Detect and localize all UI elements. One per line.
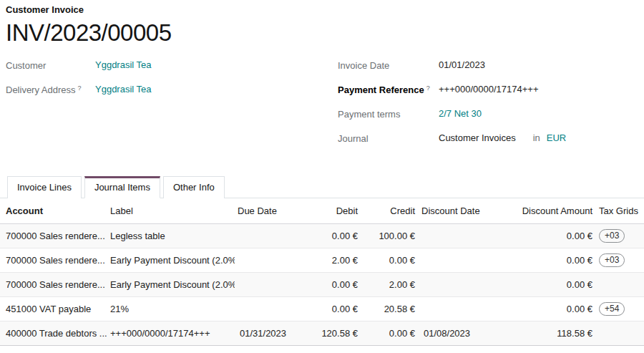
cell-credit[interactable]: 100.00 € <box>361 223 419 248</box>
cell-due-date[interactable] <box>235 272 292 296</box>
customer-value[interactable]: Yggdrasil Tea <box>95 59 152 70</box>
tab-bar: Invoice Lines Journal Items Other Info <box>0 176 644 198</box>
cell-discount-date[interactable] <box>419 296 519 321</box>
column-header-due-date[interactable]: Due Date <box>235 198 292 223</box>
cell-account[interactable]: 451000 VAT payable <box>0 296 107 321</box>
field-group: Customer Yggdrasil Tea Delivery Address?… <box>6 59 638 157</box>
field-customer: Customer Yggdrasil Tea <box>6 59 332 74</box>
cell-account[interactable]: 400000 Trade debtors ... <box>0 321 107 345</box>
total-debit: 122.58 <box>292 345 361 353</box>
journal-currency[interactable]: EUR <box>547 132 566 143</box>
table-row[interactable]: 700000 Sales rendere... Legless table 0.… <box>0 223 644 248</box>
cell-credit[interactable]: 20.58 € <box>361 296 419 321</box>
cell-account[interactable]: 700000 Sales rendere... <box>0 248 107 272</box>
cell-discount-amount[interactable]: 118.58 € <box>519 321 596 345</box>
cell-tax-grids[interactable] <box>596 272 644 296</box>
field-payment-terms: Payment terms 2/7 Net 30 <box>338 108 638 122</box>
totals-spacer <box>235 345 292 353</box>
cell-due-date[interactable] <box>235 296 292 321</box>
cell-discount-amount[interactable]: 0.00 € <box>519 223 596 248</box>
tax-grid-badge: +03 <box>599 229 625 243</box>
tax-grid-badge: +54 <box>599 302 625 316</box>
cell-due-date[interactable] <box>235 248 292 272</box>
cell-discount-amount[interactable]: 0.00 € <box>519 248 596 272</box>
tab-journal-items[interactable]: Journal Items <box>84 176 160 198</box>
table-row[interactable]: 700000 Sales rendere... Early Payment Di… <box>0 248 644 272</box>
totals-spacer <box>419 345 519 353</box>
invoice-date-value[interactable]: 01/01/2023 <box>439 59 485 70</box>
field-column-left: Customer Yggdrasil Tea Delivery Address?… <box>6 59 332 157</box>
cell-due-date[interactable]: 01/31/2023 <box>235 321 292 345</box>
cell-tax-grids[interactable]: +03 <box>596 248 644 272</box>
cell-discount-date[interactable] <box>419 272 519 296</box>
cell-debit[interactable]: 0.00 € <box>292 223 361 248</box>
delivery-address-label: Delivery Address? <box>6 84 95 95</box>
cell-debit[interactable]: 0.00 € <box>292 272 361 296</box>
tab-invoice-lines[interactable]: Invoice Lines <box>7 176 82 198</box>
notebook: Invoice Lines Journal Items Other Info A… <box>0 176 644 353</box>
cell-debit[interactable]: 120.58 € <box>292 321 361 345</box>
help-question-icon: ? <box>426 84 430 92</box>
payment-terms-value[interactable]: 2/7 Net 30 <box>439 108 482 119</box>
table-row[interactable]: 451000 VAT payable 21% 0.00 € 20.58 € 0.… <box>0 296 644 321</box>
page-title: INV/2023/00005 <box>6 20 638 46</box>
cell-account[interactable]: 700000 Sales rendere... <box>0 272 107 296</box>
tab-other-info[interactable]: Other Info <box>163 176 225 198</box>
cell-credit[interactable]: 0.00 € <box>361 321 419 345</box>
cell-label[interactable]: Early Payment Discount (2.0%) <box>107 248 235 272</box>
cell-label[interactable]: +++000/0000/17174+++ <box>107 321 235 345</box>
cell-tax-grids[interactable]: +54 <box>596 296 644 321</box>
cell-label[interactable]: Legless table <box>107 223 235 248</box>
totals-row: 122.58 122.58 <box>0 345 644 353</box>
cell-due-date[interactable] <box>235 223 292 248</box>
totals-spacer <box>107 345 235 353</box>
column-header-label[interactable]: Label <box>107 198 235 223</box>
cell-discount-amount[interactable]: 0.00 € <box>519 272 596 296</box>
field-journal: Journal Customer Invoices in EUR <box>338 132 638 147</box>
cell-label[interactable]: Early Payment Discount (2.0%) <box>107 272 235 296</box>
cell-discount-date[interactable]: 01/08/2023 <box>419 321 519 345</box>
tax-grid-badge: +03 <box>599 253 625 267</box>
totals-spacer <box>596 345 644 353</box>
cell-label[interactable]: 21% <box>107 296 235 321</box>
delivery-address-value[interactable]: Yggdrasil Tea <box>95 84 152 95</box>
cell-discount-date[interactable] <box>419 248 519 272</box>
payment-reference-value[interactable]: +++000/0000/17174+++ <box>439 84 539 95</box>
journal-label: Journal <box>338 132 439 144</box>
cell-credit[interactable]: 2.00 € <box>361 272 419 296</box>
totals-spacer <box>519 345 596 353</box>
column-header-tax-grids[interactable]: Tax Grids <box>596 198 644 223</box>
payment-reference-label: Payment Reference? <box>338 84 439 95</box>
totals-spacer <box>0 345 107 353</box>
table-row[interactable]: 700000 Sales rendere... Early Payment Di… <box>0 272 644 296</box>
cell-tax-grids[interactable] <box>596 321 644 345</box>
payment-terms-label: Payment terms <box>338 108 439 120</box>
journal-items-table: Account Label Due Date Debit Credit Disc… <box>0 198 644 353</box>
column-header-account[interactable]: Account <box>0 198 107 223</box>
invoice-date-label: Invoice Date <box>338 59 439 71</box>
column-header-debit[interactable]: Debit <box>292 198 361 223</box>
cell-debit[interactable]: 2.00 € <box>292 248 361 272</box>
column-header-discount-amount[interactable]: Discount Amount <box>519 198 596 223</box>
invoice-form: Customer Invoice INV/2023/00005 Customer… <box>0 0 644 157</box>
column-header-discount-date[interactable]: Discount Date <box>419 198 519 223</box>
cell-discount-date[interactable] <box>419 223 519 248</box>
help-question-icon: ? <box>78 84 82 92</box>
field-invoice-date: Invoice Date 01/01/2023 <box>338 59 638 74</box>
cell-credit[interactable]: 0.00 € <box>361 248 419 272</box>
payment-reference-label-text: Payment Reference <box>338 84 424 95</box>
journal-value[interactable]: Customer Invoices <box>439 132 516 143</box>
cell-tax-grids[interactable]: +03 <box>596 223 644 248</box>
cell-discount-amount[interactable]: 0.00 € <box>519 296 596 321</box>
column-header-credit[interactable]: Credit <box>361 198 419 223</box>
table-row[interactable]: 400000 Trade debtors ... +++000/0000/171… <box>0 321 644 345</box>
field-payment-reference: Payment Reference? +++000/0000/17174+++ <box>338 84 638 98</box>
table-header-row: Account Label Due Date Debit Credit Disc… <box>0 198 644 223</box>
breadcrumb[interactable]: Customer Invoice <box>6 4 638 15</box>
journal-in-word: in <box>533 132 540 143</box>
cell-debit[interactable]: 0.00 € <box>292 296 361 321</box>
total-credit: 122.58 <box>361 345 419 353</box>
field-delivery-address: Delivery Address? Yggdrasil Tea <box>6 84 332 98</box>
cell-account[interactable]: 700000 Sales rendere... <box>0 223 107 248</box>
delivery-address-label-text: Delivery Address <box>6 84 76 95</box>
